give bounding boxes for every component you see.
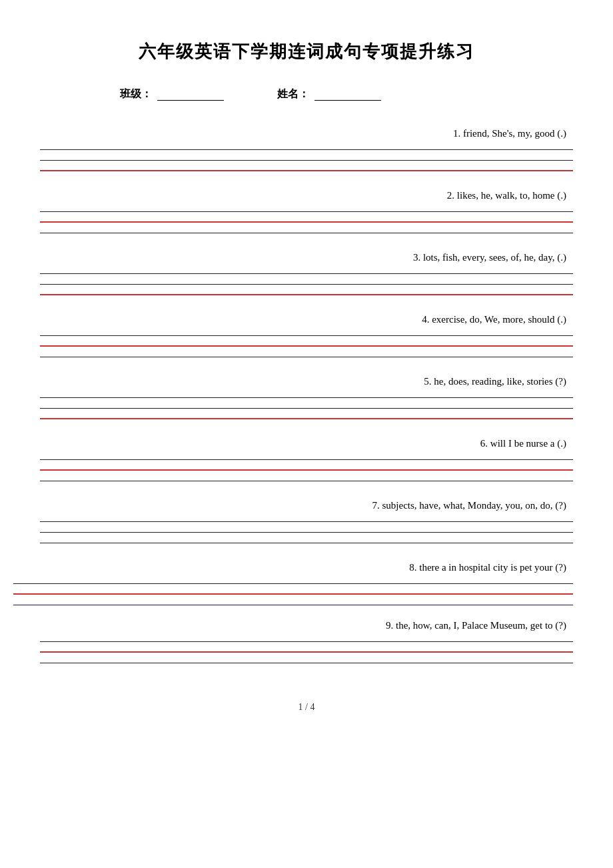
- answer-line-blue: [13, 599, 573, 605]
- question-1-lines: [40, 143, 573, 175]
- question-3: 3. lots, fish, every, sees, of, he, day,…: [40, 252, 573, 299]
- name-label: 姓名：: [277, 87, 309, 101]
- question-7-lines: [40, 515, 573, 547]
- answer-line-black: [40, 537, 573, 543]
- student-info: 班级： 姓名：: [40, 87, 573, 101]
- question-3-lines: [40, 267, 573, 299]
- answer-line-black: [40, 453, 573, 460]
- question-8-text: 8. there a in hospital city is pet your …: [40, 562, 573, 573]
- answer-line-black: [40, 227, 573, 233]
- answer-line-black: [13, 577, 573, 584]
- question-5: 5. he, does, reading, like, stories (?): [40, 376, 573, 423]
- answer-line-black: [40, 515, 573, 522]
- question-6-text: 6. will I be nurse a (.): [40, 438, 573, 449]
- question-7: 7. subjects, have, what, Monday, you, on…: [40, 500, 573, 547]
- answer-line-red: [40, 413, 573, 419]
- answer-line-red: [40, 289, 573, 295]
- name-field: 姓名：: [277, 87, 381, 101]
- page-number: 1 / 4: [40, 702, 573, 713]
- question-4: 4. exercise, do, We, more, should (.): [40, 314, 573, 361]
- answer-line-red: [40, 165, 573, 171]
- answer-line-black: [40, 657, 573, 663]
- answer-line-black: [40, 329, 573, 336]
- question-8-lines: [13, 577, 573, 605]
- answer-line-red: [40, 340, 573, 347]
- question-6-lines: [40, 453, 573, 485]
- answer-line-red: [40, 464, 573, 471]
- answer-line-black: [40, 475, 573, 481]
- answer-line-black: [40, 205, 573, 212]
- answer-line-red: [40, 216, 573, 223]
- answer-line-black: [40, 391, 573, 398]
- answer-line-black: [40, 526, 573, 533]
- question-9-text: 9. the, how, can, I, Palace Museum, get …: [40, 620, 573, 631]
- question-2-lines: [40, 205, 573, 237]
- answer-line-red: [13, 588, 573, 595]
- answer-line-black: [40, 267, 573, 274]
- answer-line-black: [40, 143, 573, 150]
- name-line: [314, 88, 381, 101]
- question-5-text: 5. he, does, reading, like, stories (?): [40, 376, 573, 387]
- question-9-lines: [40, 635, 573, 667]
- answer-line-black: [40, 635, 573, 642]
- question-3-text: 3. lots, fish, every, sees, of, he, day,…: [40, 252, 573, 263]
- class-label: 班级：: [120, 87, 152, 101]
- question-2-text: 2. likes, he, walk, to, home (.): [40, 190, 573, 201]
- question-5-lines: [40, 391, 573, 423]
- answer-line-black: [40, 402, 573, 409]
- questions-container: 1. friend, She's, my, good (.) 2. likes,…: [40, 128, 573, 682]
- answer-line-black: [40, 351, 573, 357]
- question-4-lines: [40, 329, 573, 361]
- question-4-text: 4. exercise, do, We, more, should (.): [40, 314, 573, 325]
- answer-line-black: [40, 154, 573, 161]
- class-field: 班级：: [120, 87, 224, 101]
- class-line: [157, 88, 224, 101]
- answer-line-black: [40, 278, 573, 285]
- question-6: 6. will I be nurse a (.): [40, 438, 573, 485]
- question-7-text: 7. subjects, have, what, Monday, you, on…: [40, 500, 573, 511]
- question-8: 8. there a in hospital city is pet your …: [40, 562, 573, 605]
- page-title: 六年级英语下学期连词成句专项提升练习: [40, 40, 573, 63]
- question-1-text: 1. friend, She's, my, good (.): [40, 128, 573, 139]
- question-9: 9. the, how, can, I, Palace Museum, get …: [40, 620, 573, 667]
- answer-line-red: [40, 646, 573, 653]
- question-2: 2. likes, he, walk, to, home (.): [40, 190, 573, 237]
- question-1: 1. friend, She's, my, good (.): [40, 128, 573, 175]
